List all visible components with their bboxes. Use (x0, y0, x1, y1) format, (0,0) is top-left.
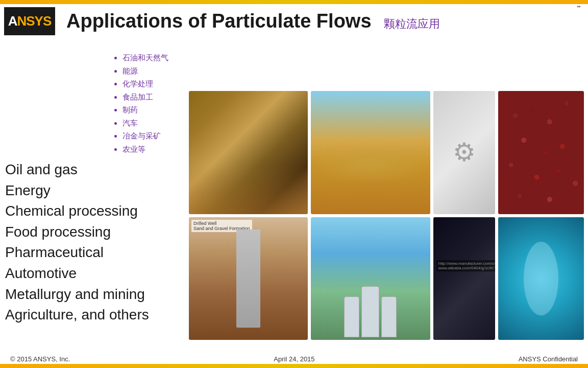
footer-copyright: © 2015 ANSYS, Inc. (10, 355, 70, 363)
chinese-bullet-item: 汽车 (122, 117, 184, 130)
english-item-pharma: Pharmaceutical (5, 242, 184, 263)
silo-1 (344, 296, 359, 337)
chinese-bullet-item: 能源 (122, 64, 184, 78)
image-wellbore: Drilled WellSand and Gravel Formation (189, 217, 308, 340)
english-item-food: Food processing (5, 222, 184, 243)
english-item-metallurgy: Metallurgy and mining (5, 284, 184, 305)
chinese-bullet-list: 石油和天然气 能源 化学处理 食品加工 制药 汽车 冶金与采矿 农业等 (112, 51, 184, 155)
chinese-title: 颗粒流应用 (384, 17, 440, 30)
footer-confidential: ANSYS Confidential (519, 355, 578, 363)
english-item-agriculture: Agriculture, and others (5, 305, 184, 326)
chinese-bullet-item: 石油和天然气 (122, 51, 184, 64)
bottom-bar (0, 364, 588, 368)
chinese-bullet-item: 制药 (122, 103, 184, 117)
logo-text: ANSYS (8, 13, 52, 29)
window-controls[interactable] (574, 2, 584, 10)
silo-3 (381, 296, 397, 337)
wellbore-label: Drilled WellSand and Gravel Formation (191, 220, 252, 232)
english-item-list: Oil and gas Energy Chemical processing F… (5, 159, 184, 326)
english-item-auto: Automotive (5, 263, 184, 284)
chinese-bullet-item: 化学处理 (122, 77, 184, 90)
image-dark-flow (433, 217, 495, 340)
english-item-chemical: Chemical processing (5, 201, 184, 222)
silo-2 (361, 286, 379, 337)
top-bar (0, 0, 588, 4)
image-pipeline (189, 91, 308, 214)
ansys-logo: ANSYS (4, 7, 55, 35)
image-mixer (498, 217, 584, 340)
title-area: Applications of Particulate Flows 颗粒流应用 (66, 10, 578, 32)
left-panel: 石油和天然气 能源 化学处理 食品加工 制药 汽车 冶金与采矿 农业等 Oil … (5, 51, 184, 326)
chinese-bullet-item: 食品加工 (122, 90, 184, 104)
main-title: Applications of Particulate Flows (66, 10, 372, 32)
image-desert (311, 91, 430, 214)
image-turbine (433, 91, 495, 214)
english-item-energy: Energy (5, 180, 184, 201)
footer-date: April 24, 2015 (274, 355, 314, 363)
chinese-bullet-item: 农业等 (122, 143, 184, 156)
footer: © 2015 ANSYS, Inc. April 24, 2015 ANSYS … (0, 355, 588, 363)
english-item-oil: Oil and gas (5, 159, 184, 180)
image-silos (311, 217, 430, 340)
images-grid: Drilled WellSand and Gravel Formation (189, 91, 584, 340)
chinese-bullet-item: 冶金与采矿 (122, 129, 184, 143)
image-pellets (498, 91, 584, 214)
